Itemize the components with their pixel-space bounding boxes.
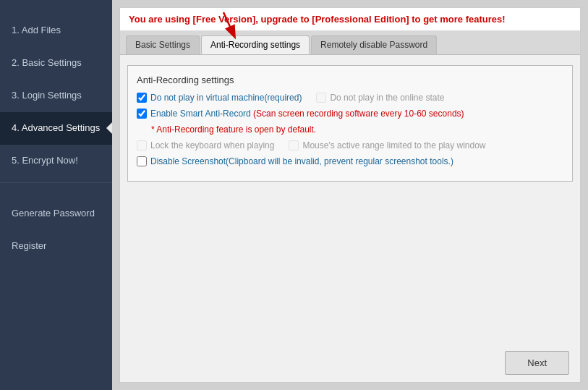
settings-panel: Anti-Recording settings Do not play in v… — [127, 65, 573, 182]
tab-anti-recording[interactable]: Anti-Recording settings — [201, 35, 310, 54]
sidebar-divider — [0, 182, 112, 183]
highlight-scan-text: (Scan screen recording software every 10… — [253, 109, 464, 119]
sidebar-item-basic-settings[interactable]: 2. Basic Settings — [0, 47, 112, 80]
checkbox-smart-anti-record-input[interactable] — [137, 109, 147, 119]
dialog: You are using [Free Version], upgrade to… — [119, 7, 581, 383]
sidebar-item-add-files[interactable]: 1. Add Files — [0, 14, 112, 47]
arrow-annotation — [216, 9, 260, 41]
anti-recording-note: * Anti-Recording feature is open by defa… — [151, 124, 563, 135]
settings-row-4: Disable Screenshot(Clipboard will be inv… — [137, 156, 563, 166]
sidebar-item-advanced-settings[interactable]: 4. Advanced Settings — [0, 112, 112, 145]
tab-content: Anti-Recording settings Do not play in v… — [120, 55, 580, 344]
checkbox-lock-keyboard-input — [137, 140, 147, 151]
sidebar: 1. Add Files 2. Basic Settings 3. Login … — [0, 0, 112, 390]
svg-line-1 — [223, 12, 234, 36]
checkbox-lock-keyboard: Lock the keyboard when playing — [137, 140, 274, 151]
tabs-bar: Basic Settings Anti-Recording settings R… — [120, 31, 580, 55]
settings-row-1: Do not play in virtual machine(required)… — [137, 93, 563, 103]
sidebar-item-generate-password[interactable]: Generate Password — [0, 198, 112, 230]
checkbox-online-state-input — [316, 93, 326, 103]
promo-bar: You are using [Free Version], upgrade to… — [120, 8, 580, 31]
checkbox-mouse-range: Mouse's active range limited to the play… — [289, 140, 485, 151]
checkbox-online-state: Do not play in the online state — [316, 93, 444, 103]
sidebar-item-login-settings[interactable]: 3. Login Settings — [0, 80, 112, 112]
checkbox-mouse-range-input — [289, 140, 299, 151]
checkbox-smart-anti-record[interactable]: Enable Smart Anti-Record (Scan screen re… — [137, 109, 464, 119]
checkbox-disable-screenshot[interactable]: Disable Screenshot(Clipboard will be inv… — [137, 156, 453, 166]
button-area: Next — [120, 344, 580, 382]
settings-row-2: Enable Smart Anti-Record (Scan screen re… — [137, 109, 563, 119]
checkbox-virtual-machine[interactable]: Do not play in virtual machine(required) — [137, 93, 302, 103]
checkbox-virtual-machine-input[interactable] — [137, 93, 147, 103]
tab-remotely-disable[interactable]: Remotely disable Password — [311, 35, 437, 54]
sidebar-bottom: Generate Password Register — [0, 198, 112, 263]
next-button[interactable]: Next — [505, 351, 569, 375]
panel-title: Anti-Recording settings — [137, 75, 563, 85]
settings-row-3: Lock the keyboard when playing Mouse's a… — [137, 140, 563, 151]
main-wrapper: You are using [Free Version], upgrade to… — [112, 0, 588, 390]
checkbox-disable-screenshot-input[interactable] — [137, 156, 147, 166]
tab-basic-settings[interactable]: Basic Settings — [126, 35, 200, 54]
sidebar-item-register[interactable]: Register — [0, 230, 112, 263]
sidebar-item-encrypt-now[interactable]: 5. Encrypt Now! — [0, 145, 112, 177]
